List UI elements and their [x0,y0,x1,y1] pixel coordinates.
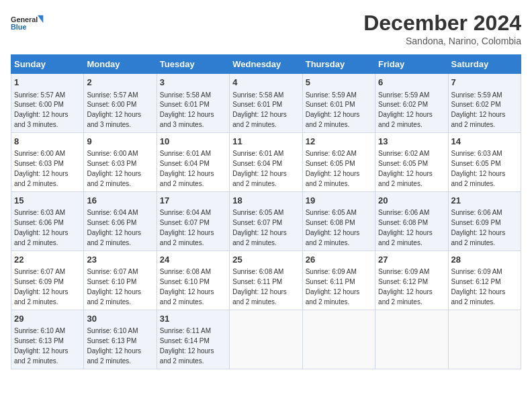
day-info-line: Sunrise: 6:01 AM [160,150,211,157]
day-info-line: Sunset: 6:12 PM [451,278,501,285]
day-info-line: Sunset: 6:01 PM [306,101,355,108]
day-number: 2 [87,77,153,89]
day-cell: 24Sunrise: 6:08 AMSunset: 6:10 PMDayligh… [157,250,229,310]
day-info-line: Sunset: 6:13 PM [14,337,64,345]
day-cell: 1Sunrise: 5:57 AMSunset: 6:00 PMDaylight… [11,74,84,133]
day-number: 26 [306,254,372,266]
week-row-3: 15Sunrise: 6:03 AMSunset: 6:06 PMDayligh… [11,191,521,250]
day-info-line: Daylight: 12 hours and 2 minutes. [14,229,69,246]
day-info-line: Sunset: 6:04 PM [232,160,282,167]
day-info-line: Sunset: 6:08 PM [306,219,355,226]
header-saturday: Saturday [448,55,521,74]
day-number: 31 [160,313,226,325]
day-info-line: Daylight: 12 hours and 3 minutes. [14,111,69,128]
day-cell: 10Sunrise: 6:01 AMSunset: 6:04 PMDayligh… [157,132,229,191]
day-number: 15 [14,195,81,207]
header-friday: Friday [375,55,448,74]
day-cell: 5Sunrise: 5:59 AMSunset: 6:01 PMDaylight… [302,74,375,133]
day-info-line: Sunrise: 5:59 AM [451,91,502,99]
day-number: 11 [232,136,299,148]
day-info-line: Daylight: 12 hours and 3 minutes. [160,111,214,128]
page-header: General Blue December 2024 Sandona, Nari… [11,11,521,46]
day-info-line: Sunset: 6:09 PM [14,278,64,285]
day-info-line: Sunrise: 6:09 AM [451,268,502,275]
day-cell: 23Sunrise: 6:07 AMSunset: 6:10 PMDayligh… [84,250,157,310]
day-info-line: Sunset: 6:00 PM [14,101,64,108]
day-info-line: Daylight: 12 hours and 2 minutes. [232,288,287,306]
day-cell: 28Sunrise: 6:09 AMSunset: 6:12 PMDayligh… [448,250,521,310]
day-number: 25 [232,254,299,266]
day-info-line: Daylight: 12 hours and 2 minutes. [306,229,360,246]
day-info-line: Daylight: 12 hours and 2 minutes. [232,170,287,187]
day-number: 30 [87,313,153,325]
day-info-line: Sunrise: 6:09 AM [378,268,429,275]
day-number: 1 [14,77,81,89]
day-number: 13 [378,136,445,148]
day-cell: 17Sunrise: 6:04 AMSunset: 6:07 PMDayligh… [157,191,229,250]
day-info-line: Sunrise: 6:05 AM [306,209,357,216]
day-info-line: Sunrise: 6:01 AM [232,150,283,157]
day-info-line: Daylight: 12 hours and 2 minutes. [87,347,141,365]
calendar-table: SundayMondayTuesdayWednesdayThursdayFrid… [11,54,521,369]
day-info-line: Sunrise: 6:04 AM [160,209,211,216]
day-info-line: Sunset: 6:09 PM [451,219,501,226]
location: Sandona, Narino, Colombia [363,36,521,46]
day-cell: 31Sunrise: 6:11 AMSunset: 6:14 PMDayligh… [157,310,229,369]
day-info-line: Daylight: 12 hours and 2 minutes. [378,111,433,128]
day-number: 27 [378,254,445,266]
day-info-line: Sunrise: 6:06 AM [451,209,502,216]
day-info-line: Sunrise: 6:10 AM [14,327,65,334]
day-info-line: Sunset: 6:12 PM [378,278,428,285]
logo: General Blue [11,11,44,38]
day-info-line: Sunrise: 6:02 AM [306,150,357,157]
day-info-line: Sunrise: 6:05 AM [232,209,283,216]
day-cell: 14Sunrise: 6:03 AMSunset: 6:05 PMDayligh… [448,132,521,191]
day-info-line: Sunset: 6:05 PM [378,160,428,167]
day-cell: 8Sunrise: 6:00 AMSunset: 6:03 PMDaylight… [11,132,84,191]
day-number: 14 [451,136,518,148]
day-info-line: Sunset: 6:01 PM [160,101,210,108]
header-tuesday: Tuesday [157,55,229,74]
day-cell: 25Sunrise: 6:08 AMSunset: 6:11 PMDayligh… [230,250,302,310]
svg-marker-2 [38,15,43,24]
day-info-line: Sunset: 6:07 PM [232,219,282,226]
day-info-line: Daylight: 12 hours and 2 minutes. [306,170,360,187]
day-info-line: Daylight: 12 hours and 2 minutes. [14,347,69,365]
day-cell [302,310,375,369]
day-number: 7 [451,77,518,89]
svg-text:Blue: Blue [11,23,26,31]
header-wednesday: Wednesday [230,55,302,74]
day-info-line: Daylight: 12 hours and 2 minutes. [451,229,506,246]
day-info-line: Sunset: 6:01 PM [232,101,282,108]
day-info-line: Sunset: 6:03 PM [87,160,136,167]
day-info-line: Sunset: 6:04 PM [160,160,210,167]
day-cell: 30Sunrise: 6:10 AMSunset: 6:13 PMDayligh… [84,310,157,369]
day-number: 20 [378,195,445,207]
day-info-line: Sunrise: 6:00 AM [87,150,138,157]
day-info-line: Sunrise: 6:03 AM [14,209,65,216]
day-info-line: Sunset: 6:10 PM [87,278,136,285]
day-cell [375,310,448,369]
day-cell: 7Sunrise: 5:59 AMSunset: 6:02 PMDaylight… [448,74,521,133]
day-cell: 12Sunrise: 6:02 AMSunset: 6:05 PMDayligh… [302,132,375,191]
day-cell: 18Sunrise: 6:05 AMSunset: 6:07 PMDayligh… [230,191,302,250]
day-info-line: Sunset: 6:10 PM [160,278,210,285]
day-info-line: Sunrise: 6:00 AM [14,150,65,157]
calendar-header-row: SundayMondayTuesdayWednesdayThursdayFrid… [11,55,521,74]
day-cell: 4Sunrise: 5:58 AMSunset: 6:01 PMDaylight… [230,74,302,133]
day-info-line: Daylight: 12 hours and 2 minutes. [87,288,141,306]
day-info-line: Daylight: 12 hours and 2 minutes. [87,170,141,187]
day-info-line: Daylight: 12 hours and 2 minutes. [14,288,69,306]
day-info-line: Sunrise: 6:09 AM [306,268,357,275]
header-monday: Monday [84,55,157,74]
day-info-line: Sunrise: 6:08 AM [232,268,283,275]
week-row-5: 29Sunrise: 6:10 AMSunset: 6:13 PMDayligh… [11,310,521,369]
day-cell: 15Sunrise: 6:03 AMSunset: 6:06 PMDayligh… [11,191,84,250]
day-info-line: Sunrise: 5:57 AM [87,91,138,99]
day-cell: 9Sunrise: 6:00 AMSunset: 6:03 PMDaylight… [84,132,157,191]
day-info-line: Daylight: 12 hours and 2 minutes. [232,229,287,246]
day-info-line: Sunrise: 6:02 AM [378,150,429,157]
day-cell: 11Sunrise: 6:01 AMSunset: 6:04 PMDayligh… [230,132,302,191]
day-cell: 22Sunrise: 6:07 AMSunset: 6:09 PMDayligh… [11,250,84,310]
day-number: 16 [87,195,153,207]
